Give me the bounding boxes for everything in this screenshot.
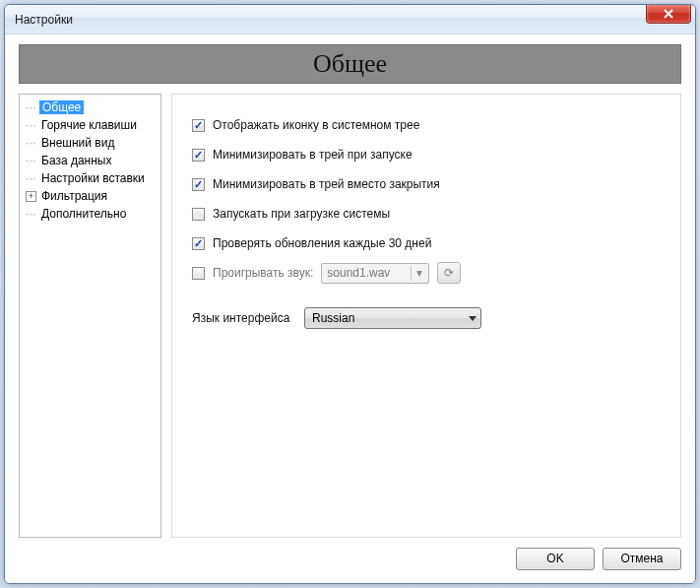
option-label: Запускать при загрузке системы [213, 207, 390, 221]
checkbox-minimize-on-close[interactable] [192, 178, 205, 191]
tree-item-label: Фильтрация [39, 189, 109, 203]
cancel-button[interactable]: Отмена [603, 548, 681, 570]
tree-item-label: Настройки вставки [39, 171, 147, 185]
option-label: Минимизировать в трей вместо закрытия [213, 177, 440, 191]
option-minimize-on-start: Минимизировать в трей при запуске [192, 142, 661, 167]
tree-item-general[interactable]: ··· Общее [22, 98, 159, 116]
language-combo[interactable]: Russian [304, 307, 481, 329]
content-panel: Отображать иконку в системном трее Миним… [171, 94, 681, 538]
tree-item-label: База данных [39, 154, 113, 167]
tree-item-label: Внешний вид [39, 136, 116, 150]
tree-branch-icon: ··· [26, 156, 39, 166]
option-check-updates: Проверять обновления каждые 30 дней [192, 230, 661, 256]
option-minimize-on-close: Минимизировать в трей вместо закрытия [192, 171, 661, 197]
chevron-down-icon [469, 316, 477, 321]
tree-item-filtering[interactable]: + Фильтрация [22, 187, 159, 205]
tree-branch-icon: ··· [26, 102, 39, 113]
tree-branch-icon: ··· [26, 209, 39, 220]
tree-branch-icon: ··· [26, 138, 39, 149]
close-button[interactable] [646, 4, 691, 24]
language-label: Язык интерфейса [192, 311, 290, 325]
option-label: Минимизировать в трей при запуске [213, 148, 413, 162]
button-label: OK [546, 552, 563, 565]
sound-file-value: sound1.wav [327, 266, 390, 280]
sound-file-combo[interactable]: sound1.wav ▾ [321, 263, 429, 284]
tree-expand-icon[interactable]: + [26, 191, 36, 202]
section-title: Общее [313, 49, 387, 79]
option-play-sound: Проигрывать звук: sound1.wav ▾ ⟳ [192, 260, 661, 286]
option-show-tray-icon: Отображать иконку в системном трее [192, 112, 661, 138]
tree-branch-icon: ··· [26, 173, 39, 184]
body: ··· Общее ··· Горячие клавиши ··· Внешни… [19, 94, 681, 538]
play-icon: ⟳ [444, 266, 454, 280]
button-label: Отмена [620, 552, 663, 565]
play-sound-button[interactable]: ⟳ [437, 262, 461, 284]
language-value: Russian [312, 311, 354, 325]
checkbox-run-at-startup[interactable] [192, 208, 205, 221]
tree-item-label: Дополнительно [39, 207, 128, 221]
option-label: Проигрывать звук: [213, 266, 313, 280]
tree-item-database[interactable]: ··· База данных [22, 152, 159, 169]
option-run-at-startup: Запускать при загрузке системы [192, 201, 661, 227]
window-title: Настройки [15, 13, 73, 27]
tree-branch-icon: ··· [26, 120, 39, 131]
chevron-down-icon: ▾ [411, 266, 426, 281]
settings-window: Настройки Общее ··· Общее ··· Горячие кл… [4, 4, 696, 584]
tree-item-appearance[interactable]: ··· Внешний вид [22, 134, 159, 152]
tree-item-label: Общее [39, 100, 84, 114]
client-area: Общее ··· Общее ··· Горячие клавиши ··· … [5, 34, 695, 583]
checkbox-check-updates[interactable] [192, 237, 205, 250]
checkbox-minimize-on-start[interactable] [192, 149, 205, 162]
option-label: Отображать иконку в системном трее [213, 118, 419, 132]
checkbox-show-tray-icon[interactable] [192, 119, 205, 132]
tree-item-hotkeys[interactable]: ··· Горячие клавиши [22, 116, 159, 134]
ok-button[interactable]: OK [516, 548, 595, 570]
option-label: Проверять обновления каждые 30 дней [213, 236, 431, 250]
checkbox-play-sound[interactable] [192, 267, 205, 280]
titlebar: Настройки [5, 5, 695, 34]
close-icon [664, 9, 673, 19]
section-header: Общее [19, 44, 681, 84]
tree-item-label: Горячие клавиши [39, 118, 139, 132]
tree-item-paste-settings[interactable]: ··· Настройки вставки [22, 169, 159, 187]
dialog-buttons: OK Отмена [19, 538, 681, 571]
language-row: Язык интерфейса Russian [192, 307, 661, 329]
nav-tree: ··· Общее ··· Горячие клавиши ··· Внешни… [19, 94, 161, 538]
tree-item-advanced[interactable]: ··· Дополнительно [22, 205, 159, 223]
